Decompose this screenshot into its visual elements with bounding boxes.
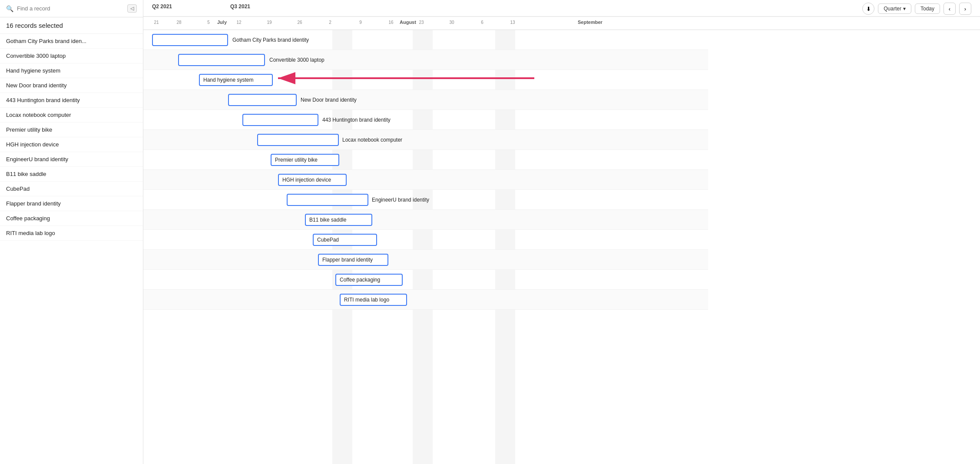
sidebar-item[interactable]: New Door brand identity	[0, 78, 143, 93]
gantt-bar[interactable]: B11 bike saddle	[305, 214, 372, 226]
gantt-bar[interactable]: Premier utility bike	[271, 154, 339, 166]
quarter-dropdown-button[interactable]: Quarter ▾	[878, 3, 911, 14]
records-selected-label: 16 records selected	[0, 17, 143, 34]
download-button[interactable]: ⬇	[862, 3, 874, 15]
quarter-q2-label: Q2 2021	[152, 3, 172, 10]
gantt-header-quarter-row: Q2 2021 Q3 2021 ⬇ Quarter ▾ Today ‹ ›	[143, 0, 980, 17]
sidebar-item[interactable]: Coffee packaging	[0, 211, 143, 226]
gantt-bar[interactable]: HGH injection device	[278, 174, 347, 186]
sidebar-list: Gotham City Parks brand iden...Convertib…	[0, 34, 143, 464]
gantt-bar-label: New Door brand identity	[301, 97, 357, 103]
gantt-row: Gotham City Parks brand identity	[143, 30, 708, 50]
gantt-bar-label: Locax notebook computer	[342, 137, 402, 143]
gantt-row: B11 bike saddle	[143, 210, 708, 230]
gantt-header: Q2 2021 Q3 2021 ⬇ Quarter ▾ Today ‹ › Ju…	[143, 0, 980, 30]
sidebar-item[interactable]: EngineerU brand identity	[0, 152, 143, 167]
next-button[interactable]: ›	[959, 3, 971, 15]
gantt-bar[interactable]: RITI media lab logo	[340, 294, 407, 306]
gantt-bar-label: Gotham City Parks brand identity	[232, 37, 309, 43]
gantt-rows: Gotham City Parks brand identityConverti…	[143, 30, 708, 310]
gantt-bar[interactable]	[152, 34, 228, 46]
sidebar-item[interactable]: 443 Huntington brand identity	[0, 93, 143, 108]
search-input[interactable]	[17, 5, 124, 12]
sidebar-item[interactable]: Flapper brand identity	[0, 196, 143, 211]
gantt-body[interactable]: Gotham City Parks brand identityConverti…	[143, 30, 980, 464]
day-number-label: 13	[510, 20, 515, 25]
search-icon: 🔍	[6, 5, 13, 12]
month-label: August	[400, 20, 416, 25]
sidebar-item[interactable]: Gotham City Parks brand iden...	[0, 34, 143, 49]
sidebar-item[interactable]: CubePad	[0, 182, 143, 196]
day-number-label: 19	[267, 20, 271, 25]
gantt-bar[interactable]: Hand hygiene system	[199, 74, 273, 86]
month-label: July	[217, 20, 227, 25]
gantt-row: Coffee packaging	[143, 270, 708, 290]
gantt-bar[interactable]	[257, 134, 339, 146]
gantt-controls: ⬇ Quarter ▾ Today ‹ ›	[862, 3, 971, 15]
gantt-bar[interactable]	[287, 194, 368, 206]
gantt-row: Locax notebook computer	[143, 130, 708, 150]
gantt-bar[interactable]	[242, 114, 318, 126]
sidebar-item[interactable]: Convertible 3000 laptop	[0, 49, 143, 63]
gantt-row: Premier utility bike	[143, 150, 708, 170]
gantt-bar[interactable]: Flapper brand identity	[318, 254, 388, 266]
gantt-bar-label: Convertible 3000 laptop	[269, 57, 324, 63]
day-number-label: 30	[449, 20, 454, 25]
gantt-bar[interactable]	[178, 54, 265, 66]
gantt-row: Hand hygiene system	[143, 70, 708, 90]
day-number-label: 28	[176, 20, 181, 25]
gantt-bar-label: EngineerU brand identity	[372, 197, 429, 203]
prev-button[interactable]: ‹	[944, 3, 956, 15]
sidebar: 🔍 ◁ 16 records selected Gotham City Park…	[0, 0, 143, 464]
gantt-row: HGH injection device	[143, 170, 708, 190]
app-container: 🔍 ◁ 16 records selected Gotham City Park…	[0, 0, 980, 464]
gantt-header-day-row: JulyAugustSeptember212851219262916233061…	[143, 17, 980, 30]
quarter-label: Quarter	[884, 6, 901, 12]
day-number-label: 6	[481, 20, 483, 25]
day-number-label: 12	[236, 20, 241, 25]
sidebar-item[interactable]: B11 bike saddle	[0, 167, 143, 182]
gantt-row: RITI media lab logo	[143, 290, 708, 310]
gantt-row: Convertible 3000 laptop	[143, 50, 708, 70]
day-number-label: 9	[359, 20, 362, 25]
day-number-label: 5	[207, 20, 210, 25]
gantt-row: Flapper brand identity	[143, 250, 708, 270]
sidebar-item[interactable]: HGH injection device	[0, 137, 143, 152]
day-number-label: 16	[388, 20, 393, 25]
gantt-bar[interactable]: CubePad	[313, 234, 377, 246]
month-label: September	[578, 20, 603, 25]
sidebar-item[interactable]: RITI media lab logo	[0, 226, 143, 241]
gantt-bar-label: 443 Huntington brand identity	[322, 117, 391, 123]
sidebar-item[interactable]: Hand hygiene system	[0, 63, 143, 78]
sidebar-toggle-button[interactable]: ◁	[127, 4, 137, 13]
day-number-label: 2	[329, 20, 331, 25]
gantt-bar[interactable]	[228, 94, 297, 106]
day-number-label: 23	[419, 20, 424, 25]
gantt-row: 443 Huntington brand identity	[143, 110, 708, 130]
sidebar-item[interactable]: Premier utility bike	[0, 123, 143, 137]
gantt-container: Q2 2021 Q3 2021 ⬇ Quarter ▾ Today ‹ › Ju…	[143, 0, 980, 464]
day-number-label: 21	[154, 20, 159, 25]
today-button[interactable]: Today	[915, 3, 940, 14]
sidebar-search: 🔍 ◁	[0, 0, 143, 17]
gantt-bar[interactable]: Coffee packaging	[335, 274, 403, 286]
gantt-row: EngineerU brand identity	[143, 190, 708, 210]
quarter-q3-label: Q3 2021	[230, 3, 250, 10]
gantt-row: New Door brand identity	[143, 90, 708, 110]
gantt-row: CubePad	[143, 230, 708, 250]
dropdown-chevron-icon: ▾	[903, 6, 906, 12]
sidebar-item[interactable]: Locax notebook computer	[0, 108, 143, 123]
day-number-label: 26	[297, 20, 302, 25]
